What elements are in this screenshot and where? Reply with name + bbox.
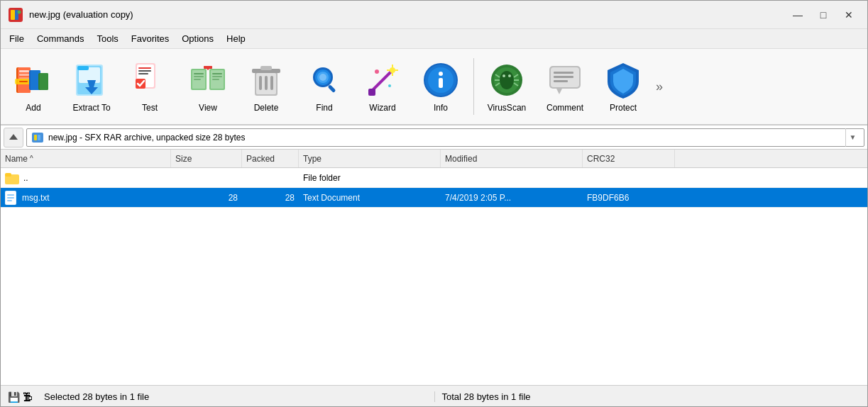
toolbar: Add Extract To Test [1, 49, 867, 126]
menu-bar: FileCommandsToolsFavoritesOptionsHelp [1, 29, 867, 49]
column-header-modified[interactable]: Modified [441, 150, 583, 167]
status-left-text: Selected 28 bytes in 1 file [44, 391, 149, 402]
title-left: new.jpg (evaluation copy) [8, 7, 133, 23]
toolbar-btn-label-find: Find [316, 103, 332, 113]
column-header-packed[interactable]: Packed [242, 150, 299, 167]
file-modified-parent-folder [441, 168, 583, 187]
close-button[interactable]: ✕ [837, 6, 860, 23]
toolbar-btn-comment[interactable]: Comment [537, 52, 593, 121]
column-header-size[interactable]: Size [171, 150, 242, 167]
toolbar-btn-find[interactable]: Find [296, 52, 353, 121]
address-bar: new.jpg - SFX RAR archive, unpacked size… [1, 126, 867, 150]
status-left: 💾 🗜 Selected 28 bytes in 1 file [8, 391, 434, 403]
table-row[interactable]: msg.txt2828Text Document7/4/2019 2:05 P.… [1, 188, 867, 208]
disk-icon: 💾 [8, 391, 20, 403]
toolbar-btn-label-extract-to: Extract To [72, 103, 110, 113]
maximize-button[interactable]: □ [812, 6, 835, 23]
view-icon [188, 60, 228, 100]
svg-rect-63 [439, 78, 443, 88]
svg-point-52 [390, 67, 395, 73]
toolbar-btn-wizard[interactable]: Wizard [354, 52, 411, 121]
svg-rect-23 [138, 70, 151, 72]
path-text: new.jpg - SFX RAR archive, unpacked size… [48, 133, 841, 143]
title-bar: new.jpg (evaluation copy) — □ ✕ [1, 1, 867, 29]
file-size-msg-txt: 28 [171, 188, 242, 207]
svg-rect-84 [38, 135, 40, 140]
add-icon [13, 60, 53, 100]
file-crc32-msg-txt: FB9DF6B6 [583, 188, 675, 207]
toolbar-btn-label-view: View [199, 103, 217, 113]
menu-item-favorites[interactable]: Favorites [126, 31, 175, 46]
svg-marker-80 [556, 89, 562, 94]
window-title: new.jpg (evaluation copy) [29, 9, 133, 20]
status-bar: 💾 🗜 Selected 28 bytes in 1 file Total 28… [1, 385, 867, 407]
menu-item-help[interactable]: Help [221, 31, 251, 46]
menu-item-options[interactable]: Options [176, 31, 219, 46]
comment-icon [545, 60, 585, 100]
file-type-msg-txt: Text Document [299, 188, 441, 207]
file-packed-msg-txt: 28 [242, 188, 299, 207]
status-right: Total 28 bytes in 1 file [434, 391, 861, 402]
svg-point-62 [439, 72, 443, 76]
toolbar-separator [473, 58, 474, 115]
up-arrow-icon [8, 132, 19, 143]
column-header-name[interactable]: Name ^ [1, 150, 171, 167]
toolbar-btn-virusscan[interactable]: VirusScan [478, 52, 535, 121]
path-dropdown-button[interactable]: ▼ [845, 128, 859, 147]
svg-rect-6 [19, 70, 29, 72]
svg-rect-40 [259, 76, 262, 90]
path-box: new.jpg - SFX RAR archive, unpacked size… [26, 128, 864, 147]
menu-item-tools[interactable]: Tools [91, 31, 123, 46]
find-icon [304, 60, 344, 100]
column-header-crc32[interactable]: CRC32 [583, 150, 675, 167]
status-icons: 💾 🗜 [8, 391, 33, 403]
toolbar-btn-delete[interactable]: Delete [238, 52, 295, 121]
svg-point-58 [388, 84, 391, 87]
file-crc32-parent-folder [583, 168, 675, 187]
path-archive-icon [31, 131, 44, 144]
file-size-parent-folder [171, 168, 242, 187]
nav-up-button[interactable] [4, 128, 23, 147]
svg-rect-79 [554, 80, 568, 82]
svg-point-74 [508, 74, 511, 77]
svg-rect-91 [7, 200, 12, 201]
svg-rect-33 [212, 73, 222, 74]
toolbar-btn-label-comment: Comment [546, 103, 583, 113]
file-icon-parent-folder: .. [1, 168, 171, 187]
file-type-parent-folder: File folder [299, 168, 441, 187]
svg-rect-22 [138, 67, 151, 69]
toolbar-btn-label-delete: Delete [254, 103, 279, 113]
toolbar-btn-add[interactable]: Add [5, 52, 62, 121]
svg-point-73 [502, 74, 505, 77]
test-icon [130, 60, 170, 100]
table-row[interactable]: ..File folder [1, 168, 867, 188]
file-name-parent-folder: .. [23, 173, 28, 183]
toolbar-btn-info[interactable]: Info [412, 52, 469, 121]
file-packed-parent-folder [242, 168, 299, 187]
menu-item-file[interactable]: File [4, 31, 30, 46]
wizard-icon [363, 60, 402, 100]
svg-rect-32 [194, 79, 201, 80]
toolbar-btn-extract-to[interactable]: Extract To [63, 52, 120, 121]
toolbar-btn-label-wizard: Wizard [369, 103, 395, 113]
svg-rect-51 [368, 89, 375, 96]
toolbar-btn-test[interactable]: Test [121, 52, 178, 121]
toolbar-btn-label-add: Add [26, 103, 40, 113]
toolbar-btn-label-virusscan: VirusScan [488, 103, 526, 113]
menu-item-commands[interactable]: Commands [31, 31, 89, 46]
toolbar-btn-protect[interactable]: Protect [595, 52, 652, 121]
svg-rect-24 [138, 73, 148, 74]
status-right-text: Total 28 bytes in 1 file [442, 391, 531, 402]
svg-rect-42 [270, 76, 273, 90]
zip-icon: 🗜 [23, 391, 33, 403]
column-header-type[interactable]: Type [299, 150, 441, 167]
svg-rect-41 [265, 76, 268, 90]
toolbar-btn-view[interactable]: View [180, 52, 236, 121]
svg-marker-81 [9, 134, 18, 140]
minimize-button[interactable]: — [786, 6, 809, 23]
toolbar-more-button[interactable]: » [653, 79, 666, 94]
file-modified-msg-txt: 7/4/2019 2:05 P... [441, 188, 583, 207]
svg-rect-31 [194, 76, 204, 77]
toolbar-btn-label-test: Test [142, 103, 158, 113]
svg-line-50 [371, 72, 391, 91]
